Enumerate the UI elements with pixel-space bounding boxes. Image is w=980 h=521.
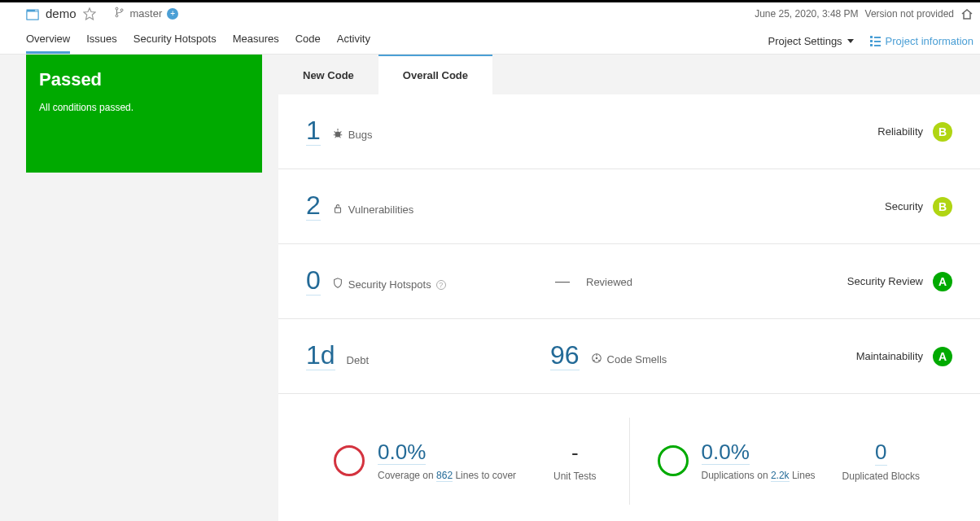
list-icon xyxy=(870,36,881,46)
branch-name: master xyxy=(130,7,163,20)
vulnerabilities-label: Vulnerabilities xyxy=(348,204,413,216)
svg-point-3 xyxy=(116,7,118,10)
coverage-percent[interactable]: 0.0% xyxy=(378,441,426,465)
lines-to-cover-link[interactable]: 862 xyxy=(436,470,453,482)
duplicated-blocks-value[interactable]: 0 xyxy=(875,440,886,466)
home-icon[interactable] xyxy=(960,7,973,20)
coverage-donut-icon xyxy=(334,445,365,476)
bug-icon xyxy=(332,128,343,142)
project-nav: Overview Issues Security Hotspots Measur… xyxy=(0,24,980,55)
add-branch-icon[interactable]: + xyxy=(167,8,178,20)
code-smells-count[interactable]: 96 xyxy=(550,342,580,370)
security-review-label: Security Review xyxy=(847,275,923,287)
tab-security-hotspots[interactable]: Security Hotspots xyxy=(133,24,217,54)
favorite-star-icon[interactable] xyxy=(83,7,96,20)
branch-selector[interactable]: master + xyxy=(114,7,179,20)
project-header: demo master + June 25, 2020, 3:48 PM Ver… xyxy=(0,2,980,24)
code-smell-icon xyxy=(591,352,602,366)
metric-row-vulnerabilities: 2 Vulnerabilities Security B xyxy=(278,169,980,244)
reliability-rating[interactable]: B xyxy=(933,122,952,142)
project-name[interactable]: demo xyxy=(46,7,77,20)
metric-row-coverage-dup: 0.0% Coverage on 862 Lines to cover - Un… xyxy=(278,394,980,521)
code-smells-label: Code Smells xyxy=(607,353,667,366)
tab-measures[interactable]: Measures xyxy=(233,24,279,54)
svg-point-9 xyxy=(595,357,597,360)
dup-lines-link[interactable]: 2.2k xyxy=(771,470,790,482)
metric-row-bugs: 1 Bugs Reliability B xyxy=(278,94,980,169)
duplication-donut-icon xyxy=(658,445,689,476)
project-information-link[interactable]: Project information xyxy=(870,35,973,47)
chevron-down-icon xyxy=(847,39,854,43)
lock-open-icon xyxy=(332,203,343,217)
tab-new-code[interactable]: New Code xyxy=(278,55,378,94)
tab-activity[interactable]: Activity xyxy=(337,24,370,54)
maintainability-label: Maintainability xyxy=(856,350,923,362)
quality-gate-card: Passed All conditions passed. xyxy=(26,55,262,173)
coverage-prefix: Coverage on xyxy=(378,470,436,481)
svg-point-4 xyxy=(116,15,118,17)
dup-suffix: Lines xyxy=(790,470,816,481)
unit-tests-label: Unit Tests xyxy=(553,471,596,482)
duplicated-blocks-label: Duplicated Blocks xyxy=(842,471,920,482)
shield-icon xyxy=(332,278,343,291)
debt-label: Debt xyxy=(347,354,369,366)
hotspots-label: Security Hotspots xyxy=(348,278,431,291)
version-text: Version not provided xyxy=(865,8,954,20)
svg-point-6 xyxy=(335,131,340,137)
branch-icon xyxy=(114,7,125,20)
project-icon xyxy=(26,7,39,20)
help-icon[interactable]: ? xyxy=(436,280,446,290)
debt-value[interactable]: 1d xyxy=(306,342,335,370)
svg-rect-7 xyxy=(335,208,340,212)
maintainability-rating[interactable]: A xyxy=(933,347,952,366)
project-information-label: Project information xyxy=(886,35,973,47)
coverage-suffix: Lines to cover xyxy=(453,470,516,481)
analysis-date: June 25, 2020, 3:48 PM xyxy=(755,8,858,20)
project-settings-label: Project Settings xyxy=(768,35,842,47)
metric-row-hotspots: 0 Security Hotspots ? — Reviewed Securit… xyxy=(278,244,980,319)
quality-gate-status: Passed xyxy=(39,69,249,90)
bugs-label: Bugs xyxy=(348,129,373,141)
hotspots-count[interactable]: 0 xyxy=(306,267,321,296)
duplication-percent[interactable]: 0.0% xyxy=(702,441,750,465)
reliability-label: Reliability xyxy=(877,125,923,138)
security-label: Security xyxy=(885,200,923,212)
security-rating[interactable]: B xyxy=(933,197,952,217)
tab-overview[interactable]: Overview xyxy=(26,24,70,54)
quality-gate-subtitle: All conditions passed. xyxy=(39,102,249,113)
tab-issues[interactable]: Issues xyxy=(86,24,117,54)
dup-prefix: Duplications on xyxy=(702,470,771,481)
svg-rect-2 xyxy=(27,11,38,20)
svg-point-5 xyxy=(120,9,123,11)
tab-overall-code[interactable]: Overall Code xyxy=(378,55,492,94)
tab-code[interactable]: Code xyxy=(295,24,321,54)
unit-tests-value: - xyxy=(553,440,596,466)
reviewed-percent: — xyxy=(550,273,575,290)
metric-row-maintainability: 1d Debt 96 Code Smells Maintainability A xyxy=(278,319,980,394)
bugs-count[interactable]: 1 xyxy=(306,117,321,146)
security-review-rating[interactable]: A xyxy=(933,272,952,291)
reviewed-label: Reviewed xyxy=(586,276,632,288)
project-settings-dropdown[interactable]: Project Settings xyxy=(768,35,854,47)
vulnerabilities-count[interactable]: 2 xyxy=(306,192,321,221)
